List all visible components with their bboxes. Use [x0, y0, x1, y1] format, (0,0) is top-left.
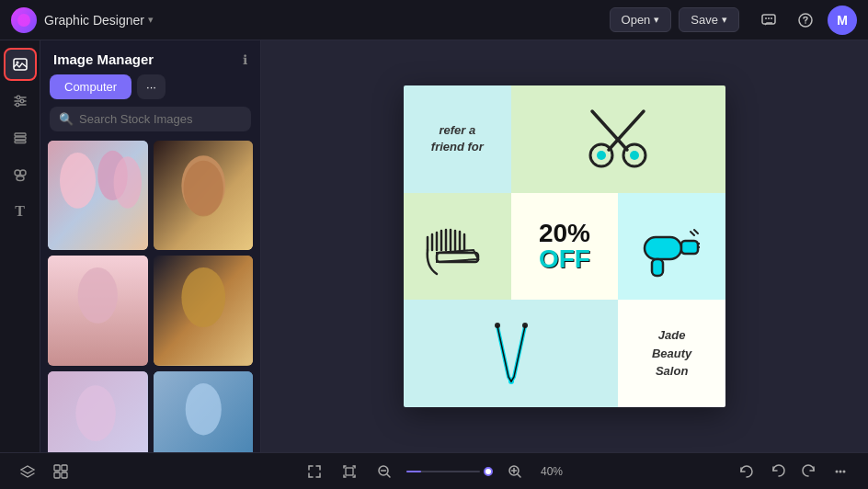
- bottom-left-tools: [15, 459, 74, 484]
- text-icon: T: [15, 203, 25, 220]
- svg-line-79: [518, 474, 520, 477]
- zoom-out-icon: [377, 464, 392, 479]
- svg-point-13: [20, 99, 24, 103]
- app-name-menu[interactable]: Graphic Designer ▾: [44, 13, 154, 28]
- svg-point-14: [16, 103, 19, 107]
- canvas-cell-7: Jade Beauty Salon: [618, 300, 725, 407]
- reset-icon[interactable]: [734, 459, 760, 484]
- expand-icon-svg: [306, 463, 323, 480]
- svg-rect-4: [771, 17, 772, 19]
- sidebar-item-text[interactable]: T: [4, 195, 37, 228]
- grid-icon-svg: [52, 463, 69, 480]
- percent-text: 20%: [539, 221, 590, 246]
- undo-button[interactable]: [765, 459, 791, 484]
- svg-rect-70: [54, 472, 60, 478]
- sidebar-item-elements[interactable]: [4, 158, 37, 191]
- refer-text: refer afriend for: [431, 122, 484, 155]
- canvas-cell-6: [404, 300, 618, 407]
- zoom-fill: [406, 471, 421, 472]
- scissors-icon: [581, 102, 655, 176]
- redo-icon: [801, 463, 817, 480]
- zoom-level: 40%: [537, 465, 566, 478]
- svg-point-27: [183, 161, 223, 217]
- computer-tab[interactable]: Computer: [50, 74, 131, 99]
- undo-icon: [770, 463, 786, 480]
- list-item[interactable]: [154, 256, 254, 365]
- zoom-in-button[interactable]: [502, 459, 528, 484]
- app-name-chevron: ▾: [148, 14, 154, 26]
- canvas-cell-5: [618, 193, 725, 301]
- svg-point-33: [75, 385, 115, 441]
- search-input[interactable]: [79, 112, 242, 126]
- off-text: OFF: [539, 246, 590, 272]
- svg-rect-59: [681, 241, 698, 254]
- hairdryer-icon: [637, 211, 706, 280]
- design-canvas: refer afriend for: [404, 85, 725, 407]
- thumb-3: [48, 256, 148, 365]
- zoom-handle[interactable]: [484, 467, 493, 476]
- svg-point-12: [17, 96, 20, 99]
- user-avatar[interactable]: M: [828, 6, 857, 35]
- salon-line1: Jade: [652, 326, 691, 345]
- canvas-cell-3: [404, 193, 511, 301]
- svg-point-80: [836, 470, 839, 472]
- info-icon[interactable]: ℹ: [243, 52, 247, 67]
- list-item[interactable]: [154, 141, 254, 250]
- grid-bottom-icon[interactable]: [48, 459, 74, 484]
- svg-line-64: [694, 230, 698, 233]
- fit-icon[interactable]: [337, 459, 362, 484]
- more-options-button[interactable]: [828, 459, 853, 484]
- svg-point-22: [60, 153, 96, 209]
- svg-rect-58: [645, 237, 681, 259]
- main-layout: T Image Manager ℹ Computer ··· 🔍: [0, 40, 868, 452]
- list-item[interactable]: [48, 141, 148, 250]
- sidebar-item-layers[interactable]: [4, 121, 37, 154]
- help-icon-btn[interactable]: [791, 6, 820, 35]
- svg-point-19: [20, 170, 26, 176]
- open-button[interactable]: Open ▾: [610, 7, 672, 32]
- layers-bottom-icon-svg: [19, 463, 36, 480]
- svg-point-46: [597, 151, 606, 160]
- svg-rect-72: [346, 468, 353, 475]
- sidebar-item-adjustments[interactable]: [4, 85, 37, 118]
- image-grid: [48, 141, 253, 452]
- svg-rect-2: [765, 17, 767, 19]
- zoom-slider[interactable]: [406, 467, 493, 476]
- list-item[interactable]: [48, 256, 148, 365]
- panel-tabs: Computer ···: [40, 74, 260, 107]
- list-item[interactable]: [48, 371, 148, 452]
- svg-point-31: [181, 267, 225, 327]
- image-gallery: [40, 141, 260, 452]
- image-manager-panel: Image Manager ℹ Computer ··· 🔍: [40, 40, 261, 452]
- sidebar-item-images[interactable]: [4, 48, 37, 81]
- app-logo[interactable]: [11, 7, 37, 33]
- layers-bottom-icon[interactable]: [15, 459, 40, 484]
- app-name-label: Graphic Designer: [44, 13, 144, 28]
- bottom-bar: 40%: [0, 452, 868, 489]
- svg-point-82: [843, 470, 846, 472]
- search-bar[interactable]: 🔍: [50, 107, 251, 131]
- svg-rect-62: [652, 259, 663, 276]
- topbar: Graphic Designer ▾ Open ▾ Save ▾ M: [0, 0, 868, 40]
- redo-button[interactable]: [796, 459, 822, 484]
- tweezers-icon: [470, 313, 553, 395]
- zoom-out-button[interactable]: [371, 459, 397, 484]
- bottom-center-tools: 40%: [302, 459, 566, 484]
- canvas-area: refer afriend for: [261, 40, 868, 452]
- chat-icon-btn[interactable]: [754, 6, 783, 35]
- panel-title: Image Manager: [53, 51, 154, 67]
- thumb-1: [48, 141, 148, 250]
- svg-rect-69: [62, 465, 67, 471]
- svg-point-18: [15, 170, 20, 176]
- salon-line2: Beauty: [652, 345, 691, 363]
- svg-line-75: [387, 474, 390, 477]
- images-icon: [12, 56, 29, 73]
- svg-point-20: [17, 176, 24, 181]
- panel-header: Image Manager ℹ: [40, 40, 260, 74]
- more-tab[interactable]: ···: [137, 74, 166, 99]
- search-icon: 🔍: [59, 112, 74, 126]
- expand-icon[interactable]: [302, 459, 327, 484]
- list-item[interactable]: [154, 371, 254, 452]
- save-button[interactable]: Save ▾: [679, 7, 739, 32]
- svg-point-35: [185, 383, 221, 435]
